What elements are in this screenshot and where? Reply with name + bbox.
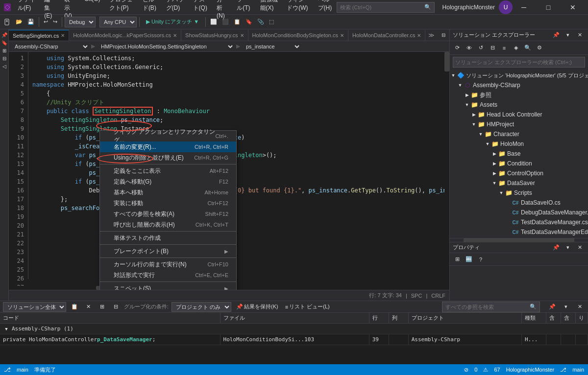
sidebar-menu-btn[interactable]: ▾	[563, 30, 573, 41]
code-text[interactable]: using System.Collections; using System.C…	[28, 52, 449, 279]
se-collapse-btn[interactable]: ⊟	[487, 43, 498, 53]
se-pending-btn[interactable]: ◈	[511, 43, 521, 53]
bottom-menu-btn[interactable]: ▾	[561, 302, 571, 312]
tree-horizontal-scrollbar[interactable]	[450, 238, 588, 242]
tab-overflow-btn[interactable]: ≫	[425, 30, 438, 41]
menu-call-hierarchy[interactable]: 呼び出し階層の表示(H) Ctrl+K, Ctrl+T	[100, 219, 236, 230]
bottom-result-row[interactable]: private HoloMonDataController p_DataSave…	[0, 334, 588, 345]
bottom-clear-btn[interactable]: ✕	[83, 302, 94, 312]
toolbar-icon-1[interactable]: ⬜	[208, 16, 219, 28]
se-filter-btn[interactable]: ≡	[499, 43, 510, 53]
tree-item-hmproject[interactable]: ▼ 📁 HMProject	[450, 119, 588, 129]
props-close-btn[interactable]: ✕	[574, 242, 585, 253]
editor-split-btn[interactable]: ⊟	[440, 29, 447, 41]
cpu-target-dropdown[interactable]: Any CPU	[99, 17, 137, 27]
tree-item-control-option[interactable]: ▶ 📁 ControlOption	[450, 168, 588, 178]
sidebar-pin-btn[interactable]: 📌	[551, 30, 562, 41]
ref-expand-arrow[interactable]: ▶	[464, 92, 470, 98]
assets-collapse-arrow[interactable]: ▼	[464, 101, 470, 108]
tree-item-assembly[interactable]: ▼ ⬡ Assembly-CSharp	[450, 80, 588, 90]
base-expand-arrow[interactable]: ▶	[491, 150, 498, 157]
gutter-collapse-icon[interactable]: ⊟	[1, 55, 8, 62]
tab-show-status[interactable]: ShowStatusHungry.cs ✕	[181, 30, 248, 41]
code-editor[interactable]: 1 2 3 4 5 6 7 8 9 10 11 12 13 14 15 16 1	[9, 52, 449, 290]
menu-go-to-impl[interactable]: 実装に移動 Ctrl+F12	[100, 198, 236, 209]
debug-config-dropdown[interactable]: Debug	[65, 17, 96, 27]
tree-item-datasaver[interactable]: ▼ 📁 DataSaver	[450, 178, 588, 188]
tab-holomon-condition[interactable]: HoloMonConditionBodySingleton.cs ✕	[248, 30, 349, 41]
tab-close-5[interactable]: ✕	[417, 33, 421, 38]
tree-item-character[interactable]: ▼ 📁 Character	[450, 129, 588, 139]
se-refresh-btn[interactable]: ↺	[475, 43, 486, 53]
bottom-expand-btn[interactable]: ⊞	[97, 302, 107, 312]
tree-item-debug-datasave[interactable]: C# DebugDataSaveManager.cs	[450, 208, 588, 217]
menu-help[interactable]: ヘルプ(H)	[314, 0, 337, 21]
class-dropdown[interactable]: HMProject.HoloMonSetting.SettingSingleto…	[97, 42, 234, 51]
hmproject-collapse-arrow[interactable]: ▼	[470, 121, 477, 128]
menu-create-unit-test[interactable]: 単体テストの作成	[100, 233, 236, 243]
toolbar-icon-2[interactable]: ⬛	[220, 16, 231, 28]
assembly-collapse-arrow[interactable]: ▼	[457, 82, 464, 89]
redo-btn[interactable]: ↪	[51, 16, 59, 28]
gutter-pin-icon[interactable]: 📌	[1, 31, 8, 38]
menu-go-to-base[interactable]: 基本へ移動 Alt+Home	[100, 187, 236, 198]
tab-close-1[interactable]: ✕	[61, 33, 65, 38]
solution-tree[interactable]: ▼ 🔷 ソリューション 'HolographicMonster' (5/5 プロ…	[450, 70, 588, 238]
undo-btn[interactable]: ↩	[42, 16, 50, 28]
tree-item-holomon[interactable]: ▼ 📁 HoloMon	[450, 139, 588, 149]
gutter-icon-5[interactable]: ◁	[1, 63, 8, 70]
tree-item-test-datasave[interactable]: C# TestDataSaveManager.cs	[450, 217, 588, 227]
props-alpha-btn[interactable]: 🔤	[464, 254, 474, 265]
tree-item-assets[interactable]: ▼ 📁 Assets	[450, 100, 588, 110]
global-search-box[interactable]: 🔍	[337, 2, 435, 13]
props-menu-btn[interactable]: ▾	[563, 242, 573, 253]
bottom-search-box[interactable]: 🔍	[442, 302, 540, 312]
new-file-btn[interactable]	[2, 16, 13, 28]
condition-expand-arrow[interactable]: ▶	[491, 160, 498, 167]
bottom-pin-btn[interactable]: 📌	[547, 302, 558, 312]
menu-breakpoint[interactable]: ブレークポイント(B) ▶	[100, 246, 236, 257]
tree-item-test-datasave-editor[interactable]: C# TestDataSaveManagerEditor...	[450, 227, 588, 237]
tree-scroll-thumb[interactable]	[464, 238, 574, 242]
solution-collapse-arrow[interactable]: ▼	[450, 72, 457, 79]
toolbar-icon-3[interactable]: 📋	[232, 16, 243, 28]
solution-search-box[interactable]	[453, 57, 585, 68]
save-btn[interactable]: 💾	[25, 16, 36, 28]
minimize-button[interactable]: ─	[513, 0, 535, 15]
menu-peek-definition[interactable]: 定義をここに表示 Alt+F12	[100, 165, 236, 176]
controloption-expand-arrow[interactable]: ▶	[491, 170, 498, 177]
vertical-scrollbar[interactable]	[444, 52, 449, 286]
props-help-btn[interactable]: ?	[475, 254, 486, 265]
se-search-btn[interactable]: 🔍	[522, 43, 533, 53]
tab-close-4[interactable]: ✕	[340, 33, 344, 38]
user-avatar[interactable]: U	[499, 0, 513, 14]
gutter-expand-icon[interactable]: ⊞	[1, 47, 8, 54]
close-button[interactable]: ✕	[562, 0, 584, 15]
datasaver-collapse-arrow[interactable]: ▼	[491, 180, 498, 187]
props-pin-btn[interactable]: 📌	[551, 242, 562, 253]
menu-find-refs[interactable]: すべての参照を検索(A) Shift+F12	[100, 209, 236, 219]
scripts-collapse-arrow[interactable]: ▼	[498, 189, 505, 196]
group-collapse-arrow[interactable]: ▼	[3, 326, 10, 332]
tab-setting-singleton[interactable]: SettingSingleton.cs ✕	[9, 30, 69, 41]
se-options-btn[interactable]: ⚙	[534, 43, 545, 53]
props-category-btn[interactable]: ⊞	[452, 254, 463, 265]
menu-interactive-exec[interactable]: 対話形式で実行 Ctrl+E, Ctrl+E	[100, 270, 236, 281]
global-search-input[interactable]	[340, 4, 424, 10]
tab-close-3[interactable]: ✕	[240, 33, 244, 38]
tree-item-head-look[interactable]: ▶ 📁 Head Look Controller	[450, 110, 588, 119]
se-sync-btn[interactable]: ⟳	[452, 43, 463, 53]
groupby-dropdown[interactable]: プロジェクト のみ	[172, 302, 231, 312]
scope-dropdown[interactable]: ソリューション全体	[3, 302, 66, 312]
menu-quick-actions[interactable]: クイック アクションとリファクタリング... Ctrl+.	[100, 131, 236, 141]
tree-item-scripts[interactable]: ▼ 📁 Scripts	[450, 188, 588, 198]
solution-search-input[interactable]	[455, 59, 583, 65]
tab-holomon-data[interactable]: HoloMonDataController.cs ✕	[348, 30, 425, 41]
tree-item-base[interactable]: ▶ 📁 Base	[450, 149, 588, 159]
tree-item-datasaveio[interactable]: C# DataSaveIO.cs	[450, 198, 588, 208]
toolbar-icon-5[interactable]: 📎	[255, 16, 266, 28]
tree-item-references[interactable]: ▶ 📁 参照	[450, 90, 588, 100]
menu-organize-usings[interactable]: Usingの削除と並び替え(E) Ctrl+R, Ctrl+G	[100, 152, 236, 163]
vertical-scroll-thumb[interactable]	[444, 52, 449, 71]
toolbar-icon-4[interactable]: 🔖	[244, 16, 254, 28]
